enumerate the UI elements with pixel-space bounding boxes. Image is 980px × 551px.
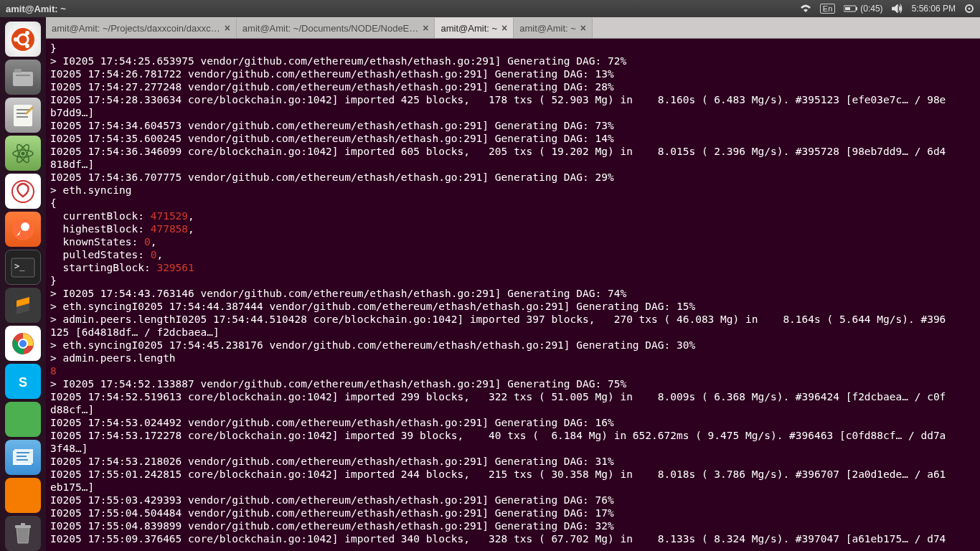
launcher-atom[interactable] (5, 136, 41, 171)
svg-rect-33 (17, 452, 29, 453)
launcher-sublime[interactable] (5, 288, 41, 323)
launcher-evince[interactable] (5, 174, 41, 209)
svg-rect-10 (13, 72, 33, 86)
window-title: amit@Amit: ~ (6, 4, 800, 14)
svg-rect-35 (17, 459, 28, 461)
close-icon[interactable]: × (580, 22, 586, 34)
clock[interactable]: 5:56:06 PM (912, 4, 956, 14)
top-panel: amit@Amit: ~ En (0:45) 5:56:06 PM (0, 0, 980, 17)
svg-rect-14 (17, 109, 29, 110)
svg-rect-34 (17, 456, 27, 457)
svg-text:>_: >_ (14, 261, 25, 271)
tab-0[interactable]: amit@Amit: ~/Projects/daxxcoin/daxxc…× (46, 18, 237, 38)
svg-rect-1 (856, 7, 857, 10)
launcher-app-orange[interactable] (5, 478, 41, 513)
svg-point-23 (21, 222, 29, 231)
launcher-terminal[interactable]: >_ (5, 250, 41, 285)
svg-rect-11 (14, 69, 22, 72)
svg-rect-12 (16, 75, 30, 76)
battery-text: (0:45) (860, 4, 882, 14)
wifi-icon[interactable] (800, 4, 811, 14)
close-icon[interactable]: × (225, 22, 230, 34)
tab-label: amit@Amit: ~ (519, 23, 576, 34)
input-lang[interactable]: En (820, 4, 835, 14)
volume-icon[interactable] (892, 4, 903, 14)
tab-3[interactable]: amit@Amit: ~× (514, 18, 593, 38)
svg-rect-2 (845, 7, 850, 10)
launcher-chrome[interactable] (5, 326, 41, 361)
launcher-docs[interactable] (5, 440, 41, 475)
launcher-postman[interactable] (5, 212, 41, 247)
tab-2[interactable]: amit@Amit: ~× (435, 18, 514, 38)
launcher-files[interactable] (5, 60, 41, 95)
svg-point-4 (969, 8, 971, 10)
launcher-trash[interactable] (5, 516, 41, 551)
svg-point-20 (22, 151, 25, 155)
svg-point-8 (25, 31, 29, 35)
terminal-output[interactable]: } > I0205 17:54:25.653975 vendor/github.… (46, 39, 980, 551)
close-icon[interactable]: × (501, 22, 507, 34)
svg-text:S: S (19, 375, 27, 390)
tab-label: amit@Amit: ~/Documents/NODE/NodeE… (242, 23, 418, 34)
launcher-skype[interactable]: S (5, 364, 41, 399)
main-area: amit@Amit: ~/Projects/daxxcoin/daxxc…× a… (46, 17, 980, 551)
launcher-text-editor[interactable] (5, 98, 41, 133)
indicators: En (0:45) 5:56:06 PM (800, 4, 974, 14)
launcher-dash[interactable] (5, 22, 41, 57)
terminal-tabs: amit@Amit: ~/Projects/daxxcoin/daxxc…× a… (46, 17, 980, 39)
gear-icon[interactable] (964, 4, 974, 14)
svg-rect-37 (21, 523, 25, 526)
tab-label: amit@Amit: ~ (440, 23, 497, 34)
launcher-app-green[interactable] (5, 402, 41, 437)
svg-point-9 (25, 44, 29, 48)
tab-1[interactable]: amit@Amit: ~/Documents/NODE/NodeE…× (237, 18, 435, 38)
tab-label: amit@Amit: ~/Projects/daxxcoin/daxxc… (52, 23, 220, 34)
launcher: >_ S (0, 17, 46, 551)
battery-indicator[interactable]: (0:45) (844, 4, 882, 14)
svg-rect-15 (17, 113, 27, 114)
svg-point-7 (14, 37, 18, 42)
close-icon[interactable]: × (423, 22, 428, 34)
svg-rect-16 (17, 116, 28, 118)
svg-rect-13 (14, 105, 32, 126)
svg-point-28 (19, 340, 27, 347)
